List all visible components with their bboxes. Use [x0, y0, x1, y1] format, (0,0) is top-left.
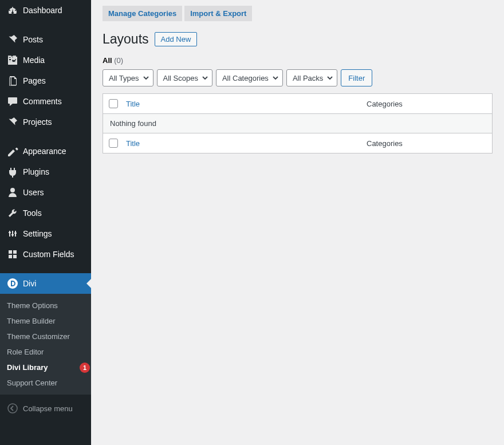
submenu-divi-library[interactable]: Divi Library 1: [0, 360, 91, 375]
menu-separator: [0, 267, 91, 270]
import-export-button[interactable]: Import & Export: [184, 6, 252, 21]
filter-label: All Scopes: [163, 74, 198, 82]
sidebar-item-tools[interactable]: Tools: [0, 203, 91, 223]
collapse-label: Collapse menu: [23, 404, 73, 413]
sidebar-item-custom-fields[interactable]: Custom Fields: [0, 244, 91, 265]
subsub-filter: All (0): [103, 56, 493, 65]
custom-fields-icon: [7, 249, 18, 260]
sidebar-item-dashboard[interactable]: Dashboard: [0, 0, 91, 21]
filter-scopes-select[interactable]: All Scopes: [157, 69, 212, 86]
submenu-theme-builder[interactable]: Theme Builder: [0, 313, 91, 329]
chevron-down-icon: [143, 74, 149, 81]
chevron-down-icon: [202, 74, 208, 81]
page-title: Layouts: [103, 31, 149, 47]
page-heading-wrap: Layouts Add New: [103, 31, 493, 47]
layouts-table: Title Categories Nothing found Title Cat…: [103, 93, 493, 153]
main-content: Manage Categories Import & Export Layout…: [91, 0, 504, 445]
empty-text: Nothing found: [110, 119, 156, 128]
submenu-theme-options[interactable]: Theme Options: [0, 298, 91, 313]
manage-categories-button[interactable]: Manage Categories: [103, 6, 182, 21]
table-footer: Title Categories: [103, 133, 492, 153]
subsub-all[interactable]: All: [103, 56, 112, 65]
divi-submenu: Theme Options Theme Builder Theme Custom…: [0, 294, 91, 395]
sidebar-label: Pages: [23, 76, 46, 85]
sidebar-item-media[interactable]: Media: [0, 50, 91, 70]
annotation-badge: 1: [80, 363, 90, 373]
select-all-cell: [109, 99, 126, 108]
chevron-down-icon: [272, 74, 279, 81]
submenu-role-editor[interactable]: Role Editor: [0, 344, 91, 360]
sidebar-label: Tools: [23, 208, 42, 218]
svg-point-0: [7, 278, 18, 289]
sidebar-label: Plugins: [23, 167, 49, 176]
settings-icon: [7, 228, 18, 239]
dashboard-icon: [7, 5, 18, 16]
tools-icon: [7, 207, 18, 219]
chevron-down-icon: [326, 74, 333, 81]
sidebar-label: Projects: [23, 117, 52, 127]
sidebar-item-users[interactable]: Users: [0, 182, 91, 203]
users-icon: [7, 187, 18, 198]
filter-bar: All Types All Scopes All Categories All …: [103, 69, 493, 86]
svg-point-1: [8, 404, 17, 413]
add-new-button[interactable]: Add New: [155, 32, 198, 46]
sidebar-item-plugins[interactable]: Plugins: [0, 162, 91, 182]
sidebar-label: Posts: [23, 35, 43, 44]
filter-packs-select[interactable]: All Packs: [286, 69, 337, 86]
sidebar-label: Users: [23, 188, 44, 197]
sidebar-label: Dashboard: [23, 6, 62, 15]
collapse-menu[interactable]: Collapse menu: [0, 398, 91, 419]
filter-types-select[interactable]: All Types: [103, 69, 153, 86]
submenu-theme-customizer[interactable]: Theme Customizer: [0, 329, 91, 344]
sidebar-item-settings[interactable]: Settings: [0, 223, 91, 244]
sidebar-label: Appearance: [23, 147, 66, 156]
column-footer-categories[interactable]: Categories: [367, 139, 486, 148]
filter-label: All Types: [109, 74, 139, 82]
sidebar-item-pages[interactable]: Pages: [0, 70, 91, 91]
submenu-support-center[interactable]: Support Center: [0, 375, 91, 391]
pages-icon: [7, 75, 18, 86]
media-icon: [7, 54, 18, 66]
sidebar-item-posts[interactable]: Posts: [0, 29, 91, 50]
sidebar-item-comments[interactable]: Comments: [0, 91, 91, 112]
sidebar-label: Custom Fields: [23, 250, 74, 259]
filter-categories-select[interactable]: All Categories: [216, 69, 283, 86]
select-all-checkbox[interactable]: [109, 99, 118, 108]
filter-label: All Packs: [293, 74, 323, 82]
comments-icon: [7, 96, 18, 107]
admin-sidebar: Dashboard Posts Media Pages Comments Pro…: [0, 0, 91, 445]
menu-separator: [0, 135, 91, 138]
plugins-icon: [7, 166, 18, 178]
filter-label: All Categories: [222, 74, 269, 82]
sidebar-item-projects[interactable]: Projects: [0, 112, 91, 132]
pin-icon: [7, 34, 18, 45]
select-all-cell-footer: [109, 139, 126, 148]
column-footer-title[interactable]: Title: [126, 139, 367, 148]
appearance-icon: [7, 145, 18, 157]
pin-icon: [7, 116, 18, 128]
select-all-checkbox-footer[interactable]: [109, 139, 118, 148]
table-header: Title Categories: [103, 94, 492, 114]
sidebar-label: Comments: [23, 97, 62, 106]
sidebar-item-divi[interactable]: Divi: [0, 273, 91, 294]
filter-button[interactable]: Filter: [341, 69, 372, 86]
empty-row: Nothing found: [103, 114, 492, 133]
sidebar-label: Media: [23, 56, 45, 65]
column-header-title[interactable]: Title: [126, 100, 367, 108]
column-header-categories[interactable]: Categories: [367, 100, 486, 108]
top-actions: Manage Categories Import & Export: [103, 6, 493, 21]
sidebar-item-appearance[interactable]: Appearance: [0, 141, 91, 162]
collapse-icon: [7, 403, 18, 414]
submenu-label: Divi Library: [7, 363, 48, 372]
sidebar-label: Divi: [23, 279, 36, 288]
divi-icon: [7, 278, 18, 289]
menu-separator: [0, 23, 91, 26]
subsub-count: (0): [114, 56, 123, 65]
sidebar-label: Settings: [23, 229, 52, 238]
